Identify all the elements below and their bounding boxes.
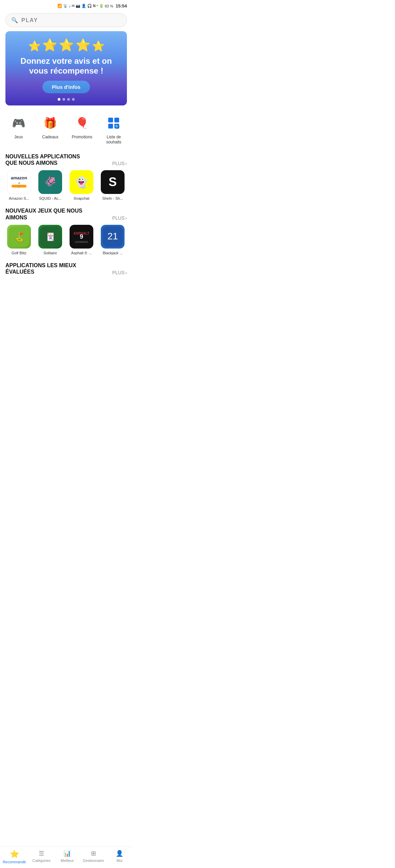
app-icon-golf: ⛳	[7, 225, 31, 249]
top-rated-more-button[interactable]: PLUS ›	[112, 270, 127, 275]
status-bar: 📶 📡 ♪ ✉ 📷 👤 🎧 N * 🔋 83 % 15:54	[0, 0, 132, 11]
app-icon-solitaire: 🃏	[38, 225, 62, 249]
star-5: ⭐	[92, 40, 105, 52]
promotions-icon: 🎈	[73, 114, 92, 133]
list-item[interactable]: amazon .fr 🛒 Amazon S...	[5, 170, 33, 201]
new-games-more-label: PLUS	[112, 215, 125, 221]
dot-1	[58, 98, 60, 101]
app-name-solitaire: Solitaire	[43, 251, 57, 255]
list-item[interactable]: ASPHALT 9 LEGENDS Asphalt 9: ...	[68, 225, 95, 255]
svg-text:S: S	[109, 175, 117, 189]
top-rated-section: APPLICATIONS LES MIEUX ÉVALUÉES PLUS ›	[0, 259, 132, 275]
wifi-icon: 📡	[63, 4, 68, 8]
search-bar[interactable]: 🔍	[5, 13, 127, 27]
new-games-chevron-icon: ›	[125, 215, 127, 221]
app-icon-shein: S	[101, 170, 125, 194]
svg-text:LEGENDS: LEGENDS	[75, 240, 88, 243]
app-icon-snapchat: 👻	[70, 170, 93, 194]
list-item[interactable]: S SheIn - Sh...	[99, 170, 126, 201]
account-icon: 👤	[81, 4, 86, 8]
jeux-label: Jeux	[14, 135, 23, 140]
promotions-label: Promotions	[72, 135, 92, 140]
app-name-blackjack: Blackjack ...	[103, 251, 123, 255]
new-games-header: NOUVEAUX JEUX QUE NOUS AIMONS PLUS ›	[5, 208, 127, 220]
app-icon-asphalt: ASPHALT 9 LEGENDS	[70, 225, 93, 249]
svg-text:🦑: 🦑	[44, 176, 56, 187]
star-4: ⭐	[75, 38, 91, 52]
banner-stars: ⭐ ⭐ ⭐ ⭐ ⭐	[12, 38, 120, 52]
battery-icon: 🔋	[99, 4, 104, 8]
top-rated-title: APPLICATIONS LES MIEUX ÉVALUÉES	[5, 262, 83, 275]
new-apps-more-button[interactable]: PLUS ›	[112, 161, 127, 166]
new-games-more-button[interactable]: PLUS ›	[112, 215, 127, 221]
dot-3	[67, 98, 70, 101]
promo-banner: ⭐ ⭐ ⭐ ⭐ ⭐ Donnez votre avis et on vous r…	[5, 31, 127, 105]
nfc-icon: N	[93, 4, 95, 8]
music-icon: ♪	[69, 4, 71, 8]
list-item[interactable]: 🃏 Solitaire	[37, 225, 64, 255]
top-rated-header: APPLICATIONS LES MIEUX ÉVALUÉES PLUS ›	[5, 262, 127, 275]
top-rated-more-label: PLUS	[112, 270, 125, 275]
banner-dots	[12, 98, 120, 101]
svg-text:⛳: ⛳	[13, 232, 25, 243]
app-name-snapchat: Snapchat	[74, 196, 89, 201]
svg-rect-1	[114, 118, 119, 122]
svg-text:🛒: 🛒	[17, 185, 21, 188]
souhaits-label: Liste desouhaits	[106, 135, 121, 145]
cadeaux-icon: 🎁	[41, 114, 60, 133]
category-jeux[interactable]: 🎮 Jeux	[7, 114, 31, 145]
search-input[interactable]	[21, 17, 121, 23]
list-item[interactable]: ⛳ Golf Blitz	[5, 225, 33, 255]
svg-rect-2	[108, 124, 113, 129]
app-name-asphalt: Asphalt 9: ...	[71, 251, 92, 255]
jeux-icon: 🎮	[9, 114, 28, 133]
new-games-title: NOUVEAUX JEUX QUE NOUS AIMONS	[5, 208, 83, 220]
dot-2	[62, 98, 65, 101]
svg-text:9: 9	[80, 233, 83, 240]
svg-text:21: 21	[107, 231, 118, 241]
new-games-section: NOUVEAUX JEUX QUE NOUS AIMONS PLUS › ⛳ G…	[0, 205, 132, 259]
svg-rect-0	[108, 118, 113, 122]
app-name-shein: SheIn - Sh...	[102, 196, 123, 201]
new-games-list: ⛳ Golf Blitz 🃏 Solitaire ASPHALT 9	[5, 225, 127, 259]
new-apps-section: NOUVELLES APPLICATIONS QUE NOUS AIMONS P…	[0, 151, 132, 205]
list-item[interactable]: 🦑 SQUID - Ac...	[37, 170, 64, 201]
star-2: ⭐	[42, 38, 57, 52]
svg-text:.fr: .fr	[18, 182, 20, 185]
new-apps-list: amazon .fr 🛒 Amazon S... 🦑 SQUID - Ac...	[5, 170, 127, 205]
svg-text:👻: 👻	[75, 176, 88, 189]
search-icon: 🔍	[11, 17, 18, 23]
app-icon-blackjack: 21	[101, 225, 125, 249]
new-apps-chevron-icon: ›	[125, 161, 127, 166]
svg-text:🃏: 🃏	[46, 232, 55, 241]
star-3: ⭐	[59, 38, 74, 52]
list-item[interactable]: 21 Blackjack ...	[99, 225, 126, 255]
star-1: ⭐	[28, 40, 41, 52]
new-apps-header: NOUVELLES APPLICATIONS QUE NOUS AIMONS P…	[5, 153, 127, 166]
svg-text:amazon: amazon	[11, 175, 27, 180]
app-name-amazon: Amazon S...	[9, 196, 29, 201]
top-rated-chevron-icon: ›	[125, 270, 127, 275]
category-cadeaux[interactable]: 🎁 Cadeaux	[38, 114, 62, 145]
banner-cta-button[interactable]: Plus d'infos	[42, 81, 90, 93]
list-item[interactable]: 👻 Snapchat	[68, 170, 95, 201]
app-name-golf: Golf Blitz	[12, 251, 26, 255]
category-souhaits[interactable]: 🔍 Liste desouhaits	[102, 114, 126, 145]
mail-icon: ✉	[72, 4, 75, 8]
banner-headline: Donnez votre avis et on vous récompense …	[12, 56, 120, 76]
status-icons: 📶 📡 ♪ ✉ 📷 👤 🎧 N * 🔋 83 % 15:54	[57, 3, 127, 8]
category-list: 🎮 Jeux 🎁 Cadeaux 🎈 Promotions 🔍 Liste de…	[0, 111, 132, 151]
svg-text:🔍: 🔍	[115, 124, 119, 129]
battery-text: 83 %	[105, 4, 113, 8]
category-promotions[interactable]: 🎈 Promotions	[70, 114, 94, 145]
app-icon-squid: 🦑	[38, 170, 62, 194]
new-apps-more-label: PLUS	[112, 161, 125, 166]
clock: 15:54	[116, 3, 127, 8]
souhaits-icon: 🔍	[104, 114, 123, 133]
app-name-squid: SQUID - Ac...	[39, 196, 61, 201]
app-icon-amazon: amazon .fr 🛒	[7, 170, 31, 194]
instagram-icon: 📷	[76, 4, 80, 8]
headset-icon: 🎧	[87, 4, 92, 8]
new-apps-title: NOUVELLES APPLICATIONS QUE NOUS AIMONS	[5, 153, 83, 166]
cadeaux-label: Cadeaux	[42, 135, 58, 140]
